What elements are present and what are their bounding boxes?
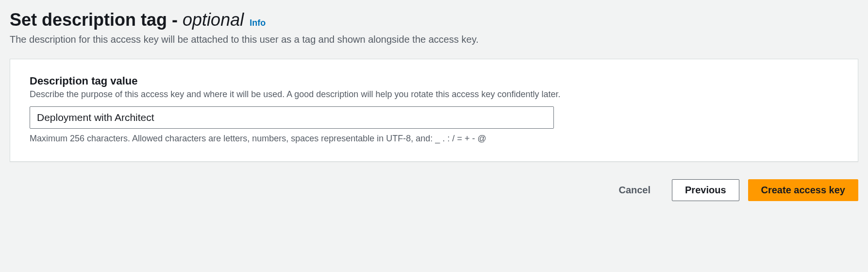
button-row: Cancel Previous Create access key	[10, 179, 858, 201]
description-field-label: Description tag value	[30, 75, 838, 87]
page-title-row: Set description tag - optional Info	[10, 10, 858, 30]
page-header: Set description tag - optional Info The …	[10, 10, 858, 45]
create-access-key-button[interactable]: Create access key	[748, 179, 858, 201]
page-title: Set description tag - optional	[10, 10, 244, 30]
page-description: The description for this access key will…	[10, 34, 858, 45]
page-title-prefix: Set description tag	[10, 10, 167, 30]
form-panel: Description tag value Describe the purpo…	[10, 59, 858, 162]
previous-button[interactable]: Previous	[672, 179, 739, 201]
page-title-suffix: optional	[183, 10, 244, 30]
description-field-constraint: Maximum 256 characters. Allowed characte…	[30, 134, 838, 144]
description-input[interactable]	[30, 106, 554, 129]
cancel-button[interactable]: Cancel	[606, 180, 663, 201]
description-field-hint: Describe the purpose of this access key …	[30, 89, 838, 100]
page-title-separator: -	[167, 10, 183, 30]
info-link[interactable]: Info	[250, 18, 266, 28]
